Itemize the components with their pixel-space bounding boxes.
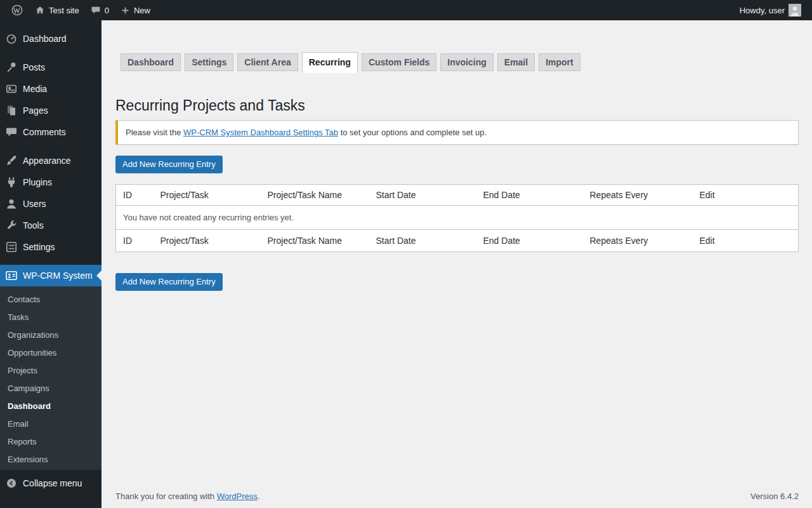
sidebar-item-label: Posts [23,62,45,72]
crm-submenu: Contacts Tasks Organizations Opportuniti… [0,286,102,470]
home-icon [35,5,45,15]
sidebar-item-posts[interactable]: Posts [0,57,102,78]
tab-recurring[interactable]: Recurring [302,52,358,73]
submenu-item-opportunities[interactable]: Opportunities [0,344,102,362]
tab-custom-fields[interactable]: Custom Fields [362,53,436,71]
submenu-item-email[interactable]: Email [0,415,102,433]
id-card-icon [5,269,18,282]
submenu-item-dashboard[interactable]: Dashboard [0,398,102,415]
column-footer-end-date: End Date [476,230,583,252]
wrench-icon [5,219,18,232]
crm-submenu-wrap: Contacts Tasks Organizations Opportuniti… [0,286,102,470]
collapse-arrow-icon [5,477,18,490]
submenu-item-tasks[interactable]: Tasks [0,309,102,326]
sidebar-item-label: Media [23,84,47,94]
submenu-item-reports[interactable]: Reports [0,433,102,451]
column-header-id: ID [116,185,154,206]
column-header-start-date: Start Date [369,185,476,206]
footer-thanks-suffix: . [258,491,260,501]
add-new-recurring-entry-button-bottom[interactable]: Add New Recurring Entry [115,273,223,291]
plus-icon [121,6,130,15]
column-header-edit: Edit [693,185,799,206]
column-footer-id: ID [116,230,154,252]
wordpress-admin-screen: Test site 0 New Howdy, user [0,0,812,508]
sidebar-item-label: Plugins [23,177,52,187]
comments-count: 0 [105,6,109,15]
footer-version: Version 6.4.2 [750,491,799,501]
sidebar-item-media[interactable]: Media [0,78,102,100]
add-new-recurring-entry-button-top[interactable]: Add New Recurring Entry [115,156,223,173]
pushpin-icon [5,61,18,74]
submenu-item-organizations[interactable]: Organizations [0,326,102,344]
submenu-item-contacts[interactable]: Contacts [0,291,102,309]
sidebar-item-appearance[interactable]: Appearance [0,150,102,171]
sidebar-item-label: WP-CRM System [23,271,93,281]
sidebar-item-label: Comments [23,127,66,137]
submenu-item-extensions[interactable]: Extensions [0,451,102,469]
sidebar-item-comments[interactable]: Comments [0,121,102,143]
collapse-menu-label: Collapse menu [23,478,82,488]
recurring-entries-table: ID Project/Task Project/Task Name Start … [115,184,799,252]
dashboard-icon [5,32,18,45]
column-footer-edit: Edit [693,230,799,252]
comments-bubble-icon [91,5,101,15]
tab-email[interactable]: Email [497,53,535,71]
sidebar-item-users[interactable]: Users [0,193,102,215]
sidebar-item-tools[interactable]: Tools [0,215,102,236]
dashboard-settings-tab-link[interactable]: WP-CRM System Dashboard Settings Tab [183,128,338,137]
site-name-label: Test site [49,6,79,15]
new-label: New [134,6,150,15]
comments-icon [5,126,18,138]
wordpress-logo-button[interactable] [5,0,29,20]
column-header-end-date: End Date [476,185,583,206]
admin-footer: Thank you for creating with WordPress. V… [115,491,799,501]
sidebar-item-label: Dashboard [23,34,67,44]
notice-suffix: to set your options and complete set up. [338,128,487,137]
person-icon [5,197,18,210]
admin-menu: Dashboard Posts [0,28,102,470]
crm-settings-tabs: Dashboard Settings Client Area Recurring… [121,53,799,73]
sidebar-item-label: Appearance [23,156,71,166]
tab-invoicing[interactable]: Invoicing [440,53,493,71]
sidebar-item-wp-crm-system[interactable]: WP-CRM System [0,265,102,286]
admin-sidebar: Dashboard Posts [0,20,102,508]
notice-prefix: Please visit the [126,128,183,137]
tab-client-area[interactable]: Client Area [237,53,298,71]
submenu-item-campaigns[interactable]: Campaigns [0,380,102,398]
media-icon [5,83,18,95]
paintbrush-icon [5,154,18,167]
account-menu-link[interactable]: Howdy, user [734,0,807,20]
main-content: Dashboard Settings Client Area Recurring… [102,20,812,508]
column-footer-project-task-name: Project/Task Name [261,230,369,252]
sidebar-item-plugins[interactable]: Plugins [0,171,102,193]
site-name-link[interactable]: Test site [29,0,85,20]
sidebar-item-pages[interactable]: Pages [0,100,102,121]
column-header-project-task: Project/Task [154,185,261,206]
submenu-item-projects[interactable]: Projects [0,362,102,380]
column-footer-repeats-every: Repeats Every [583,230,693,252]
footer-thanks-prefix: Thank you for creating with [115,491,217,501]
column-header-project-task-name: Project/Task Name [261,185,369,206]
collapse-menu-button[interactable]: Collapse menu [0,472,102,494]
comments-link[interactable]: 0 [85,0,115,20]
avatar [789,4,801,17]
plug-icon [5,176,18,189]
new-content-link[interactable]: New [115,0,156,20]
empty-message: You have not created any recurring entri… [116,206,799,230]
admin-bar: Test site 0 New Howdy, user [0,0,812,20]
wordpress-link[interactable]: WordPress [217,491,258,501]
table-header-row: ID Project/Task Project/Task Name Start … [116,185,799,206]
empty-row: You have not created any recurring entri… [116,206,799,230]
footer-thanks: Thank you for creating with WordPress. [115,491,259,501]
tab-settings[interactable]: Settings [185,53,233,71]
sidebar-item-label: Settings [23,242,55,252]
column-header-repeats-every: Repeats Every [583,185,693,206]
tab-dashboard[interactable]: Dashboard [121,53,181,71]
column-footer-project-task: Project/Task [154,230,261,252]
sidebar-item-dashboard[interactable]: Dashboard [0,28,102,50]
tab-import[interactable]: Import [539,53,580,71]
sidebar-item-settings[interactable]: Settings [0,236,102,258]
setup-notice-text: Please visit the WP-CRM System Dashboard… [118,121,798,144]
pages-icon [5,104,18,117]
sidebar-item-label: Tools [23,220,44,231]
